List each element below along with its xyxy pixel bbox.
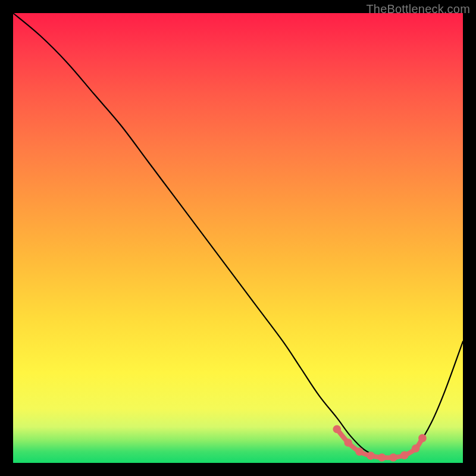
plot-area	[13, 13, 463, 463]
marker-dot	[367, 452, 375, 460]
marker-dot	[400, 451, 409, 459]
marker-dot	[389, 453, 397, 462]
chart-svg	[13, 13, 463, 463]
marker-dot	[378, 453, 386, 462]
marker-dot	[418, 434, 427, 443]
bottleneck-curve	[13, 13, 463, 458]
marker-dot	[355, 447, 364, 456]
watermark-text: TheBottleneck.com	[366, 2, 470, 16]
chart-stage: TheBottleneck.com	[0, 0, 476, 476]
marker-dot	[412, 444, 420, 453]
marker-dot	[344, 439, 352, 447]
marker-dot	[333, 425, 342, 433]
